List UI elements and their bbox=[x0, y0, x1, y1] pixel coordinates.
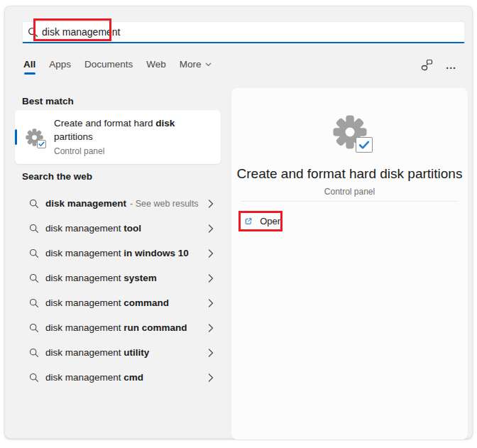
best-match-text: Create and format hard disk partitions C… bbox=[54, 116, 175, 158]
search-input[interactable]: disk management bbox=[22, 21, 465, 43]
search-icon bbox=[29, 298, 39, 308]
search-icon bbox=[29, 224, 39, 234]
selection-accent-bar bbox=[15, 129, 17, 145]
preview-title: Create and format hard disk partitions bbox=[237, 166, 463, 182]
chevron-right-icon bbox=[208, 373, 214, 382]
active-tab-underline bbox=[24, 72, 35, 75]
account-icon[interactable] bbox=[421, 59, 433, 71]
web-suggestion-item[interactable]: disk management utility bbox=[15, 340, 222, 365]
suggestion-text: disk management tool bbox=[45, 223, 208, 234]
search-icon bbox=[29, 273, 39, 283]
chevron-right-icon bbox=[208, 299, 214, 307]
web-suggestion-item[interactable]: disk management- See web results bbox=[15, 191, 222, 216]
search-icon bbox=[29, 248, 39, 258]
tab-more[interactable]: More bbox=[180, 59, 212, 75]
chevron-down-icon bbox=[205, 62, 212, 67]
search-icon bbox=[29, 348, 39, 358]
search-icon bbox=[29, 373, 39, 383]
web-suggestions-list: disk management- See web results disk ma… bbox=[15, 191, 222, 390]
chevron-right-icon bbox=[208, 224, 214, 233]
checkmark-badge bbox=[356, 137, 373, 153]
external-link-icon bbox=[245, 216, 252, 226]
open-button-label: Open bbox=[260, 216, 283, 226]
open-button[interactable]: Open bbox=[238, 211, 283, 231]
chevron-right-icon bbox=[208, 324, 214, 332]
web-suggestion-item[interactable]: disk management run command bbox=[15, 315, 222, 340]
disk-management-app-icon-large bbox=[331, 114, 368, 151]
check-icon bbox=[38, 141, 45, 147]
suggestion-text: disk management run command bbox=[45, 322, 208, 333]
suggestion-text: disk management cmd bbox=[45, 372, 208, 383]
suggestion-text: disk management in windows 10 bbox=[45, 248, 208, 258]
tab-apps[interactable]: Apps bbox=[49, 59, 71, 75]
search-icon bbox=[29, 199, 39, 209]
tab-all[interactable]: All bbox=[23, 59, 35, 75]
more-options-icon[interactable]: ... bbox=[446, 62, 456, 69]
search-query-text: disk management bbox=[42, 26, 121, 38]
preview-panel: Create and format hard disk partitions C… bbox=[231, 88, 468, 439]
chevron-right-icon bbox=[208, 349, 214, 357]
checkmark-badge bbox=[37, 140, 46, 148]
check-icon bbox=[358, 141, 370, 150]
web-suggestion-item[interactable]: disk management command bbox=[15, 290, 222, 315]
chevron-right-icon bbox=[208, 200, 214, 208]
suggestion-text: disk management utility bbox=[45, 347, 208, 358]
best-match-label: Best match bbox=[22, 96, 74, 106]
search-icon bbox=[28, 27, 38, 38]
search-filter-tabs: All Apps Documents Web More bbox=[23, 59, 212, 75]
windows-search-flyout: disk management All Apps Documents Web M… bbox=[0, 0, 477, 448]
chevron-right-icon bbox=[208, 274, 214, 283]
tab-web[interactable]: Web bbox=[146, 59, 166, 75]
disk-management-app-icon bbox=[25, 128, 44, 147]
search-the-web-label: Search the web bbox=[22, 171, 92, 182]
search-icon bbox=[29, 323, 39, 333]
suggestion-text: disk management- See web results bbox=[45, 198, 208, 209]
web-suggestion-item[interactable]: disk management in windows 10 bbox=[15, 241, 222, 266]
web-suggestion-item[interactable]: disk management system bbox=[15, 266, 222, 290]
suggestion-text: disk management system bbox=[45, 273, 208, 283]
best-match-result[interactable]: Create and format hard disk partitions C… bbox=[15, 110, 221, 164]
tab-documents[interactable]: Documents bbox=[84, 59, 133, 75]
top-right-actions: ... bbox=[421, 59, 456, 71]
chevron-right-icon bbox=[208, 249, 214, 258]
suggestion-text: disk management command bbox=[45, 297, 208, 308]
web-suggestion-item[interactable]: disk management tool bbox=[15, 216, 222, 241]
best-match-subtitle: Control panel bbox=[54, 145, 175, 158]
divider bbox=[241, 201, 458, 202]
preview-subtitle: Control panel bbox=[324, 187, 375, 197]
search-window: disk management All Apps Documents Web M… bbox=[4, 6, 473, 439]
web-suggestion-item[interactable]: disk management cmd bbox=[15, 365, 222, 390]
